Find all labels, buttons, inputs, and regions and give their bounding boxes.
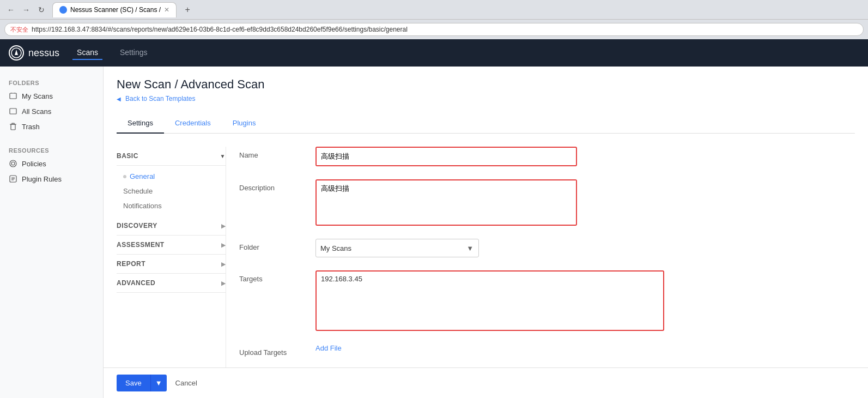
- security-warning: 不安全: [10, 26, 28, 34]
- bottom-bar: Save ▼ Cancel: [104, 367, 868, 398]
- svg-point-6: [11, 162, 15, 165]
- sidebar-item-all-scans[interactable]: All Scans: [0, 104, 103, 119]
- name-row: Name: [239, 147, 842, 166]
- description-control: 高级扫描: [315, 179, 842, 226]
- right-form: Name Description: [226, 147, 855, 367]
- content-area: New Scan / Advanced Scan Back to Scan Te…: [104, 67, 868, 367]
- name-input[interactable]: [317, 148, 524, 165]
- logo: nessus: [9, 45, 59, 61]
- policies-icon: [9, 159, 17, 168]
- discovery-section-header[interactable]: DISCOVERY ▶: [117, 216, 226, 236]
- tab-plugins[interactable]: Plugins: [222, 113, 267, 134]
- basic-label: BASIC: [117, 152, 138, 160]
- logo-icon: [9, 45, 24, 61]
- tab-title: Nessus Scanner (SC) / Scans /: [70, 6, 161, 14]
- general-label: General: [130, 172, 155, 180]
- svg-point-5: [10, 160, 16, 167]
- folder-select[interactable]: My Scans All Scans Trash: [315, 239, 479, 257]
- trash-label: Trash: [22, 123, 40, 131]
- folder-label: Folder: [239, 239, 315, 251]
- svg-marker-1: [15, 50, 18, 55]
- url-text: https://192.168.3.47:8834/#/scans/report…: [32, 26, 408, 33]
- add-file-link[interactable]: Add File: [315, 344, 342, 352]
- schedule-label: Schedule: [123, 187, 153, 195]
- targets-row: Targets 192.168.3.45: [239, 270, 842, 331]
- refresh-button[interactable]: ↻: [35, 3, 48, 16]
- folder-select-container: My Scans All Scans Trash ▼: [315, 239, 479, 257]
- targets-textarea-wrapper: 192.168.3.45: [315, 270, 664, 331]
- targets-label: Targets: [239, 270, 315, 283]
- name-control: [315, 147, 842, 166]
- description-textarea[interactable]: 高级扫描: [317, 180, 576, 223]
- assessment-section-header[interactable]: ASSESSMENT ▶: [117, 236, 226, 255]
- back-button[interactable]: ←: [4, 3, 17, 16]
- sidebar: FOLDERS My Scans All Scans Trash: [0, 67, 104, 398]
- targets-empty-area: [317, 286, 663, 330]
- sidebar-item-policies[interactable]: Policies: [0, 156, 103, 171]
- back-link-text: Back to Scan Templates: [125, 95, 196, 102]
- save-dropdown-button[interactable]: ▼: [150, 375, 167, 391]
- cancel-button[interactable]: Cancel: [171, 375, 202, 391]
- save-button[interactable]: Save: [117, 375, 150, 391]
- sidebar-item-my-scans[interactable]: My Scans: [0, 88, 103, 104]
- plugin-rules-label: Plugin Rules: [22, 175, 62, 183]
- resources-section-label: RESOURCES: [0, 143, 103, 156]
- report-label: REPORT: [117, 260, 145, 268]
- folder-row: Folder My Scans All Scans Trash ▼: [239, 239, 842, 257]
- tab-favicon: [59, 6, 67, 14]
- tabs: Settings Credentials Plugins: [117, 113, 855, 134]
- svg-rect-3: [10, 108, 16, 114]
- sidebar-item-plugin-rules[interactable]: Plugin Rules: [0, 171, 103, 186]
- back-link[interactable]: Back to Scan Templates: [117, 95, 855, 102]
- general-dot-icon: [123, 175, 126, 178]
- tab-settings[interactable]: Settings: [117, 113, 164, 134]
- trash-icon: [9, 122, 17, 131]
- my-scans-label: My Scans: [22, 92, 53, 100]
- all-scans-icon: [9, 107, 17, 116]
- active-tab[interactable]: Nessus Scanner (SC) / Scans / ✕: [52, 2, 177, 17]
- nav-settings[interactable]: Settings: [116, 46, 152, 60]
- address-bar-row: 不安全 https://192.168.3.47:8834/#/scans/re…: [0, 20, 868, 39]
- panel-item-schedule[interactable]: Schedule: [117, 184, 226, 198]
- name-input-wrapper: [315, 147, 577, 166]
- description-textarea-wrapper: 高级扫描: [315, 179, 577, 226]
- discovery-label: DISCOVERY: [117, 222, 157, 230]
- forward-button[interactable]: →: [20, 3, 33, 16]
- browser-tab-bar: ← → ↻ Nessus Scanner (SC) / Scans / ✕ +: [0, 0, 868, 20]
- page-title: New Scan / Advanced Scan: [117, 77, 855, 92]
- nav-scans[interactable]: Scans: [72, 46, 102, 60]
- upload-targets-label: Upload Targets: [239, 344, 315, 357]
- basic-sub-items: General Schedule Notifications: [117, 166, 226, 216]
- address-bar[interactable]: 不安全 https://192.168.3.47:8834/#/scans/re…: [4, 23, 864, 36]
- policies-label: Policies: [22, 160, 46, 168]
- my-scans-icon: [9, 92, 17, 100]
- tab-credentials[interactable]: Credentials: [164, 113, 222, 134]
- advanced-label: ADVANCED: [117, 279, 155, 287]
- back-chevron-icon: [117, 95, 123, 102]
- upload-targets-row: Upload Targets Add File: [239, 344, 842, 357]
- plugin-rules-icon: [9, 174, 17, 183]
- svg-rect-2: [10, 93, 16, 99]
- logo-text: nessus: [28, 47, 59, 59]
- form-container: BASIC General Schedule: [117, 134, 855, 367]
- panel-item-notifications[interactable]: Notifications: [117, 198, 226, 213]
- svg-rect-4: [11, 124, 15, 130]
- top-nav: nessus Scans Settings: [0, 39, 868, 67]
- folders-section-label: FOLDERS: [0, 75, 103, 88]
- new-tab-button[interactable]: +: [181, 3, 194, 16]
- nav-buttons: ← → ↻: [4, 3, 48, 16]
- basic-section-header[interactable]: BASIC: [117, 147, 226, 166]
- upload-targets-control: Add File: [315, 344, 842, 352]
- advanced-section-header[interactable]: ADVANCED ▶: [117, 274, 226, 293]
- save-dropdown-icon: ▼: [155, 379, 162, 387]
- sidebar-item-trash[interactable]: Trash: [0, 119, 103, 134]
- assessment-label: ASSESSMENT: [117, 241, 165, 249]
- targets-value: 192.168.3.45: [317, 272, 663, 286]
- tab-close-button[interactable]: ✕: [164, 6, 169, 14]
- save-button-group: Save ▼: [117, 375, 167, 391]
- report-section-header[interactable]: REPORT ▶: [117, 255, 226, 274]
- panel-item-general[interactable]: General: [117, 169, 226, 184]
- name-label: Name: [239, 147, 315, 159]
- notifications-label: Notifications: [123, 202, 162, 210]
- folder-control: My Scans All Scans Trash ▼: [315, 239, 842, 257]
